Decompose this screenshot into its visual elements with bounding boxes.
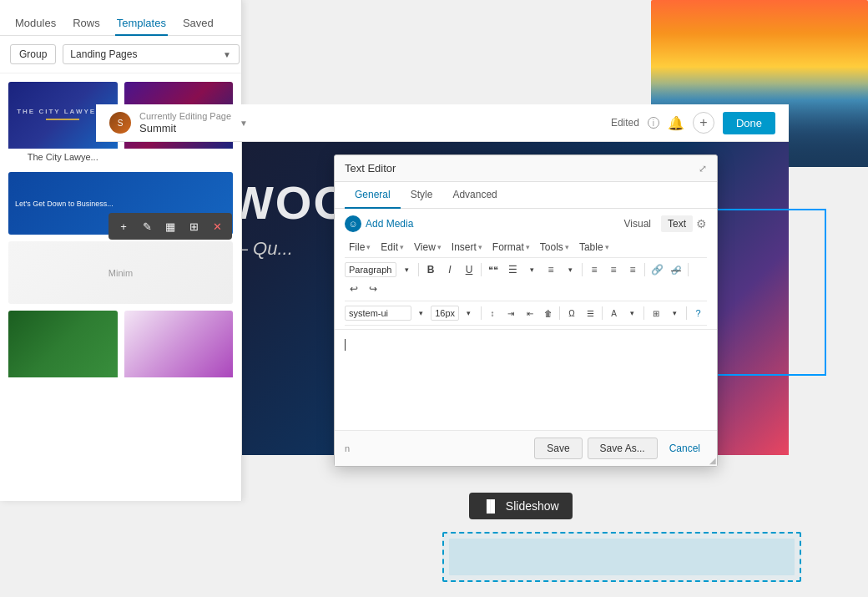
edit-tool[interactable]: ✎ — [137, 216, 157, 236]
tab-advanced[interactable]: Advanced — [442, 182, 507, 209]
card-hair-label — [124, 149, 234, 165]
template-card-blog[interactable] — [124, 311, 234, 394]
resize-handle[interactable]: ◢ — [709, 458, 717, 466]
sidebar-panel: Modules Rows Templates Saved Group Landi… — [0, 0, 242, 501]
color-arrow[interactable]: ▾ — [623, 304, 641, 322]
info-icon[interactable]: i — [648, 117, 659, 129]
align-center-button[interactable]: ≡ — [604, 261, 623, 279]
fmt-arrow[interactable]: ▾ — [397, 261, 416, 279]
menu-view-arrow: ▾ — [437, 243, 442, 251]
tab-modules[interactable]: Modules — [13, 12, 58, 36]
font-family-select[interactable]: system-ui — [345, 306, 411, 321]
grid-tool[interactable]: ⊞ — [184, 216, 204, 236]
more-list-button[interactable]: ☰ — [582, 304, 599, 322]
unlink-button[interactable]: 🔗 — [667, 261, 685, 279]
menu-tools[interactable]: Tools ▾ — [536, 239, 573, 255]
slideshow-badge[interactable]: ▐▌ Slideshow — [469, 493, 573, 519]
help-button[interactable]: ? — [689, 304, 707, 322]
outdent-button[interactable]: ⇤ — [521, 304, 538, 322]
menu-file-arrow: ▾ — [366, 243, 371, 251]
menu-tools-arrow: ▾ — [565, 243, 569, 251]
separator — [418, 263, 419, 276]
undo-button[interactable]: ↩ — [345, 280, 363, 298]
tab-saved[interactable]: Saved — [181, 12, 215, 36]
page-name: Summit — [139, 122, 231, 135]
menu-file[interactable]: File ▾ — [345, 239, 375, 255]
text-button[interactable]: Text — [661, 215, 693, 232]
separator6 — [481, 306, 482, 320]
add-button[interactable]: + — [693, 112, 714, 134]
size-arrow[interactable]: ▾ — [460, 304, 477, 322]
category-select[interactable]: Landing Pages — [63, 44, 240, 64]
close-tool[interactable]: ✕ — [207, 216, 227, 236]
header-bar: S Currently Editing Page Summit ▼ Edited… — [96, 104, 789, 142]
card-nature-preview — [8, 311, 118, 377]
menu-insert[interactable]: Insert ▾ — [447, 239, 487, 255]
add-media-icon: ☺ — [345, 215, 361, 232]
editor-settings-icon[interactable]: ⚙ — [696, 217, 707, 230]
tab-rows[interactable]: Rows — [71, 12, 102, 36]
paragraph-select[interactable]: Paragraph — [345, 262, 396, 277]
add-tool[interactable]: + — [114, 216, 134, 236]
save-as-button[interactable]: Save As... — [588, 438, 658, 459]
list-arrow[interactable]: ▾ — [522, 261, 541, 279]
tab-general[interactable]: General — [345, 182, 401, 209]
align-left-button[interactable]: ≡ — [585, 261, 603, 279]
template-card-nature[interactable] — [8, 311, 118, 394]
filter-group-button[interactable]: Group — [10, 44, 56, 64]
editor-status: n — [345, 443, 350, 453]
line-height-button[interactable]: ↕ — [483, 304, 501, 322]
blockquote-button[interactable]: ❝❝ — [484, 261, 502, 279]
link-button[interactable]: 🔗 — [648, 261, 666, 279]
separator4 — [644, 263, 645, 276]
card-city-label: The City Lawye... — [8, 149, 118, 165]
bell-icon[interactable]: 🔔 — [668, 115, 684, 131]
done-button[interactable]: Done — [723, 112, 775, 134]
layout-tool[interactable]: ▦ — [160, 216, 180, 236]
tab-templates[interactable]: Templates — [115, 12, 168, 36]
redo-button[interactable]: ↪ — [364, 280, 382, 298]
menu-edit[interactable]: Edit ▾ — [376, 239, 408, 255]
menu-table[interactable]: Table ▾ — [575, 239, 613, 255]
align-right-button[interactable]: ≡ — [623, 261, 642, 279]
save-button[interactable]: Save — [534, 438, 582, 459]
menu-edit-arrow: ▾ — [400, 243, 404, 251]
indent-button[interactable]: ⇥ — [502, 304, 520, 322]
clear-format-button[interactable]: 🗑 — [539, 304, 557, 322]
separator9 — [643, 306, 644, 320]
dashed-selection-box — [442, 532, 801, 582]
editor-toolbar-area: ☺ Add Media Visual Text ⚙ File ▾ Edit ▾ … — [335, 209, 717, 330]
table-arrow[interactable]: ▾ — [666, 304, 684, 322]
editor-menubar: File ▾ Edit ▾ View ▾ Insert ▾ Format ▾ T… — [345, 237, 707, 258]
font-arrow[interactable]: ▾ — [412, 304, 430, 322]
tab-style[interactable]: Style — [401, 182, 443, 209]
header-chevron-icon[interactable]: ▼ — [240, 119, 248, 128]
menu-view[interactable]: View ▾ — [410, 239, 446, 255]
sidebar-tabs: Modules Rows Templates Saved — [0, 0, 241, 36]
cancel-button[interactable]: Cancel — [663, 438, 707, 459]
template-card-minim[interactable]: Minim — [8, 241, 233, 304]
slideshow-label: Slideshow — [506, 499, 559, 513]
bold-button[interactable]: B — [421, 261, 440, 279]
editor-content-area[interactable] — [335, 330, 717, 430]
dashed-inner-fill — [449, 539, 795, 575]
visual-button[interactable]: Visual — [618, 215, 658, 232]
format-toolbar-1: Paragraph ▾ B I U ❝❝ ☰ ▾ ≡ ▾ ≡ ≡ ≡ 🔗 🔗 ↩… — [345, 258, 707, 301]
special-char-button[interactable]: Ω — [563, 304, 580, 322]
italic-button[interactable]: I — [441, 261, 459, 279]
list-unordered-button[interactable]: ☰ — [503, 261, 522, 279]
card-blog-label — [124, 377, 234, 394]
list-ordered-button[interactable]: ≡ — [542, 261, 560, 279]
table-button[interactable]: ⊞ — [647, 304, 664, 322]
visual-text-switcher: Visual Text ⚙ — [618, 215, 707, 232]
add-media-button[interactable]: ☺ Add Media — [345, 215, 413, 232]
font-size-select[interactable]: 16px — [431, 306, 459, 321]
underline-button[interactable]: U — [460, 261, 478, 279]
maximize-icon[interactable]: ⤢ — [699, 163, 707, 175]
card-minim-preview: Minim — [8, 241, 233, 304]
edited-label: Edited — [611, 117, 639, 129]
ordered-arrow[interactable]: ▾ — [561, 261, 579, 279]
font-color-button[interactable]: A — [605, 304, 623, 322]
menu-format[interactable]: Format ▾ — [488, 239, 534, 255]
text-editor-modal: Text Editor ⤢ General Style Advanced ☺ A… — [334, 154, 718, 467]
